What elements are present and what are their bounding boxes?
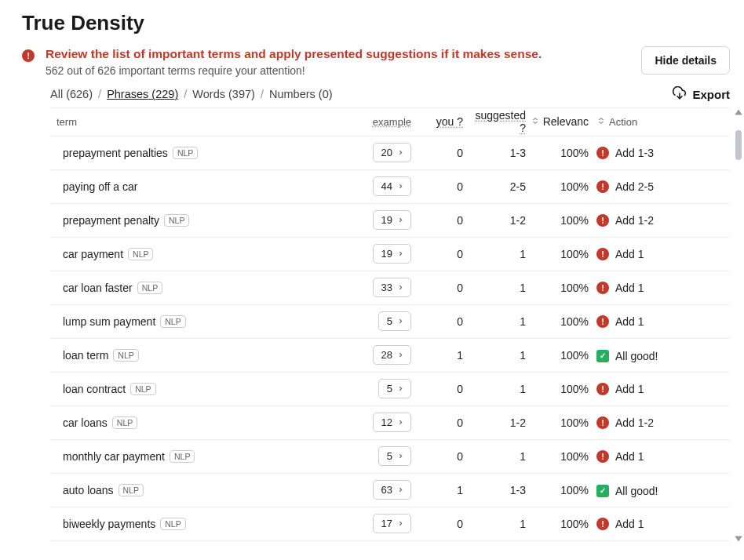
- chevron-right-icon: [397, 180, 404, 192]
- table-row: auto loansNLP6311-3100%✓All good!: [50, 474, 730, 507]
- table-row: loan termNLP2811100%✓All good!: [50, 339, 730, 373]
- suggested-value: 1-3: [466, 484, 529, 496]
- nlp-badge: NLP: [160, 518, 185, 531]
- term-text: car paymentNLP: [57, 248, 153, 261]
- relevance-value: 100%: [529, 349, 592, 362]
- nlp-badge: NLP: [128, 248, 153, 261]
- nlp-badge: NLP: [170, 450, 195, 464]
- alert-headline: Review the list of important terms and a…: [46, 46, 630, 63]
- example-pill[interactable]: 19: [373, 210, 411, 230]
- filter-all[interactable]: All (626): [50, 88, 93, 100]
- example-pill[interactable]: 5: [378, 311, 411, 331]
- action-add[interactable]: !Add 1: [596, 282, 644, 294]
- col-action[interactable]: Action: [592, 116, 725, 128]
- action-add[interactable]: !Add 1-2: [596, 416, 654, 429]
- example-pill[interactable]: 28: [373, 345, 411, 365]
- scroll-thumb[interactable]: [735, 130, 742, 160]
- action-label: Add 1-3: [615, 147, 654, 159]
- table-row: prepayment penaltyNLP1901-2100%!Add 1-2: [50, 204, 730, 238]
- action-add[interactable]: !Add 2-5: [596, 180, 654, 193]
- action-label: Add 1: [615, 282, 644, 294]
- example-pill[interactable]: 17: [373, 514, 411, 533]
- you-value: 0: [411, 282, 466, 294]
- example-pill[interactable]: 63: [373, 480, 411, 500]
- relevance-value: 100%: [529, 450, 592, 463]
- col-term[interactable]: term: [50, 116, 348, 128]
- term-text: auto loansNLP: [57, 484, 144, 497]
- alert-icon: !: [22, 49, 35, 62]
- suggested-value: 1: [466, 450, 529, 463]
- check-icon: ✓: [596, 485, 609, 497]
- chevron-right-icon: [397, 383, 404, 395]
- col-relevance[interactable]: Relevanc: [529, 115, 592, 128]
- action-label: All good!: [615, 485, 658, 497]
- example-pill[interactable]: 20: [373, 143, 411, 162]
- col-example[interactable]: example: [348, 116, 411, 128]
- table-row: prepayment penaltiesNLP2001-3100%!Add 1-…: [50, 136, 730, 170]
- example-pill[interactable]: 5: [378, 446, 411, 466]
- action-label: All good!: [615, 350, 658, 362]
- col-suggested[interactable]: suggested ?: [466, 109, 529, 134]
- chevron-right-icon: [397, 214, 404, 226]
- export-button[interactable]: Export: [673, 86, 730, 103]
- action-add[interactable]: !Add 1: [596, 450, 644, 463]
- relevance-value: 100%: [529, 214, 592, 227]
- col-you[interactable]: you ?: [411, 115, 466, 128]
- alert-icon: !: [596, 518, 609, 530]
- nlp-badge: NLP: [113, 349, 138, 362]
- suggested-value: 1-2: [466, 214, 529, 227]
- alert-icon: !: [596, 315, 609, 328]
- action-good: ✓All good!: [596, 485, 658, 497]
- chevron-right-icon: [397, 315, 404, 327]
- chevron-right-icon: [397, 518, 404, 529]
- suggested-value: 1: [466, 282, 529, 294]
- filter-phrases[interactable]: Phrases (229): [107, 88, 178, 100]
- alert-icon: !: [596, 147, 609, 159]
- action-add[interactable]: !Add 1-2: [596, 214, 654, 227]
- suggested-value: 1: [466, 315, 529, 328]
- action-add[interactable]: !Add 1: [596, 315, 644, 328]
- table-row: paying off a car4402-5100%!Add 2-5: [50, 170, 730, 204]
- chevron-right-icon: [397, 349, 404, 361]
- scrollbar[interactable]: [734, 108, 742, 541]
- you-value: 0: [411, 248, 466, 260]
- table-header: term example you ? suggested ? Relevanc …: [50, 108, 730, 136]
- suggested-value: 1: [466, 383, 529, 395]
- term-text: prepayment penaltyNLP: [57, 214, 189, 227]
- example-pill[interactable]: 5: [378, 379, 411, 398]
- download-cloud-icon: [673, 86, 687, 103]
- action-add[interactable]: !Add 1: [596, 518, 644, 530]
- chevron-right-icon: [397, 450, 404, 462]
- nlp-badge: NLP: [173, 147, 198, 160]
- hide-details-button[interactable]: Hide details: [641, 46, 730, 75]
- example-pill[interactable]: 44: [373, 176, 411, 196]
- alert-icon: !: [596, 416, 609, 429]
- example-pill[interactable]: 19: [373, 244, 411, 264]
- example-pill[interactable]: 33: [373, 278, 411, 297]
- nlp-badge: NLP: [160, 315, 185, 329]
- scroll-up-arrow[interactable]: [734, 107, 743, 116]
- action-label: Add 1: [615, 315, 644, 328]
- action-add[interactable]: !Add 1-3: [596, 147, 654, 159]
- you-value: 0: [411, 147, 466, 159]
- action-label: Add 1-2: [615, 214, 654, 227]
- table-row: monthly car paymentNLP501100%!Add 1: [50, 440, 730, 474]
- sort-icon: [596, 116, 606, 128]
- you-value: 0: [411, 315, 466, 328]
- you-value: 0: [411, 518, 466, 530]
- term-text: biweekly paymentsNLP: [57, 518, 186, 531]
- filter-numbers[interactable]: Numbers (0): [269, 88, 333, 100]
- action-label: Add 2-5: [615, 180, 654, 193]
- table-row: biweekly paymentsNLP1701100%!Add 1: [50, 507, 730, 541]
- terms-table: term example you ? suggested ? Relevanc …: [50, 107, 730, 541]
- suggested-value: 1-2: [466, 416, 529, 429]
- relevance-value: 100%: [529, 282, 592, 294]
- scroll-down-arrow[interactable]: [734, 533, 743, 543]
- action-add[interactable]: !Add 1: [596, 248, 644, 260]
- filter-words[interactable]: Words (397): [192, 88, 255, 100]
- suggested-value: 1-3: [466, 147, 529, 159]
- chevron-right-icon: [397, 484, 404, 496]
- action-add[interactable]: !Add 1: [596, 383, 644, 395]
- relevance-value: 100%: [529, 518, 592, 530]
- example-pill[interactable]: 12: [373, 413, 411, 432]
